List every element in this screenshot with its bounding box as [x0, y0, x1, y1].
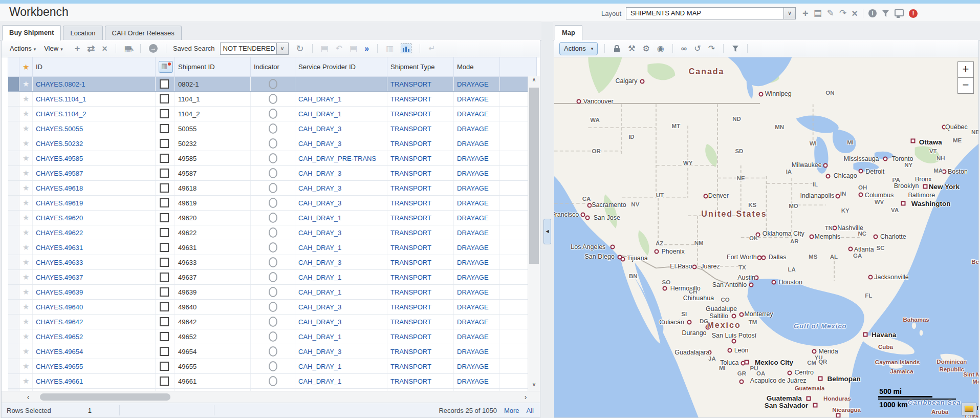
collapse-panel-icon[interactable]: ◀ — [543, 219, 551, 244]
capital-marker-icon[interactable] — [863, 332, 867, 337]
star-icon[interactable]: ★ — [23, 154, 29, 162]
map-checkbox-cell[interactable] — [156, 285, 175, 300]
city-marker-icon[interactable] — [640, 79, 644, 84]
city-marker-icon[interactable] — [731, 314, 736, 318]
city-marker-icon[interactable] — [739, 379, 744, 384]
mode-link[interactable]: DRAYAGE — [457, 274, 489, 281]
service-provider-link[interactable]: CAH_DRAY_1 — [298, 333, 341, 341]
mode-link[interactable]: DRAYAGE — [457, 318, 489, 326]
service-provider-link[interactable]: CAH_DRAY_1 — [298, 95, 341, 103]
shipment-link[interactable]: CHAYES.49655 — [36, 363, 83, 370]
shipment-link[interactable]: CHAYES.50232 — [36, 140, 83, 148]
favorite-cell[interactable]: ★ — [19, 92, 33, 107]
row-handle[interactable] — [8, 225, 19, 240]
map-checkbox-cell[interactable] — [156, 121, 175, 136]
tab-cah-order-releases[interactable]: CAH Order Releases — [105, 26, 182, 40]
favorite-cell[interactable]: ★ — [19, 270, 33, 285]
shipment-link[interactable]: CHAYES.1104_1 — [36, 95, 86, 103]
refresh-icon[interactable]: ↻ — [296, 44, 304, 54]
view-menu-button[interactable]: View▾ — [44, 45, 62, 52]
row-handle[interactable] — [8, 315, 19, 329]
favorite-cell[interactable]: ★ — [19, 107, 33, 121]
service-provider-link[interactable]: CAH_DRAY_3 — [298, 348, 341, 356]
favorite-cell[interactable]: ★ — [19, 166, 33, 181]
mode-link[interactable]: DRAYAGE — [457, 95, 489, 103]
all-records-link[interactable]: All — [527, 407, 534, 414]
star-icon[interactable]: ★ — [23, 169, 29, 177]
star-icon[interactable]: ★ — [23, 273, 29, 281]
map-checkbox[interactable] — [160, 347, 169, 356]
shipment-link[interactable]: CHAYES.49652 — [36, 333, 83, 341]
city-marker-icon[interactable] — [687, 320, 691, 324]
shipment-link[interactable]: CHAYES.49619 — [36, 199, 83, 207]
map-checkbox[interactable] — [160, 362, 169, 371]
eye-icon[interactable]: ◉ — [657, 44, 664, 53]
city-marker-icon[interactable] — [810, 235, 814, 239]
map-checkbox[interactable] — [160, 79, 169, 89]
map-checkbox[interactable] — [160, 154, 169, 163]
map-checkbox-cell[interactable] — [156, 181, 175, 196]
shipment-link[interactable]: CHAYES.49622 — [36, 229, 83, 237]
edit-icon[interactable]: ✎ — [827, 8, 834, 19]
tools-icon[interactable]: ⚒ — [628, 44, 635, 53]
mode-link[interactable]: DRAYAGE — [457, 378, 489, 385]
shipment-type-link[interactable]: TRANSPORT — [390, 274, 431, 281]
alert-icon[interactable]: ! — [909, 9, 918, 18]
monitor-icon[interactable] — [895, 9, 904, 16]
column-header-indicator[interactable]: Indicator — [251, 57, 295, 77]
table-row[interactable]: ★CHAYES.4965449654CAH_DRAY_3TRANSPORTDRA… — [8, 344, 537, 359]
table-row[interactable]: ★CHAYES.4963349633CAH_DRAY_3TRANSPORTDRA… — [8, 255, 537, 270]
mode-link[interactable]: DRAYAGE — [457, 125, 489, 133]
service-provider-link[interactable]: CAH_DRAY_1 — [298, 110, 341, 118]
map-checkbox[interactable] — [160, 243, 169, 252]
favorite-cell[interactable]: ★ — [19, 240, 33, 255]
city-marker-icon[interactable] — [858, 192, 863, 197]
shipment-link[interactable]: CHAYES.49654 — [36, 348, 83, 356]
shipment-link[interactable]: CHAYES.49618 — [36, 184, 83, 192]
city-marker-icon[interactable] — [761, 255, 766, 260]
map-checkbox-cell[interactable] — [156, 225, 175, 240]
map-checkbox-cell[interactable] — [156, 255, 175, 270]
shipment-type-link[interactable]: TRANSPORT — [390, 244, 431, 252]
map-checkbox-cell[interactable] — [156, 240, 175, 255]
tab-location[interactable]: Location — [63, 26, 102, 40]
star-icon[interactable]: ★ — [23, 139, 29, 148]
map-checkbox-cell[interactable] — [156, 374, 175, 389]
city-marker-icon[interactable] — [580, 212, 585, 217]
shipment-link[interactable]: CHAYES.49642 — [36, 318, 83, 326]
show-on-map-icon[interactable]: ▦ — [159, 61, 173, 73]
row-handle[interactable] — [8, 107, 19, 121]
city-marker-icon[interactable] — [758, 92, 763, 96]
mode-link[interactable]: DRAYAGE — [457, 140, 489, 148]
map-checkbox[interactable] — [160, 109, 169, 118]
horizontal-scrollbar[interactable]: ‹ › — [2, 391, 540, 403]
vertical-scrollbar[interactable]: ∧ ∨ — [528, 76, 540, 391]
map-checkbox-cell[interactable] — [156, 329, 175, 344]
map-checkbox-cell[interactable] — [156, 136, 175, 151]
city-marker-icon[interactable] — [739, 312, 744, 317]
table-row[interactable]: ★CHAYES.0802-10802-1TRANSPORTDRAYAGE — [8, 77, 537, 92]
chevron-down-icon[interactable]: ∨ — [276, 43, 288, 54]
capital-marker-icon[interactable] — [813, 403, 817, 408]
mode-link[interactable]: DRAYAGE — [457, 184, 489, 192]
favorite-cell[interactable]: ★ — [19, 255, 33, 270]
star-icon[interactable]: ★ — [23, 287, 29, 296]
zoom-out-button[interactable]: − — [957, 77, 974, 94]
favorite-cell[interactable]: ★ — [19, 136, 33, 151]
shipment-type-link[interactable]: TRANSPORT — [390, 333, 431, 341]
shipment-link[interactable]: CHAYES.49585 — [36, 155, 83, 162]
table-row[interactable]: ★CHAYES.5005550055CAH_DRAY_3TRANSPORTDRA… — [8, 121, 537, 136]
redo-icon[interactable]: ↷ — [708, 44, 715, 53]
save-icon[interactable]: ▤ — [350, 44, 357, 54]
map-canvas[interactable]: CanadaUnited StatesMexicoGulf of MexicoC… — [554, 57, 978, 417]
star-icon[interactable]: ★ — [23, 258, 29, 266]
shipment-type-link[interactable]: TRANSPORT — [390, 363, 431, 370]
shipment-type-link[interactable]: TRANSPORT — [390, 184, 431, 192]
star-icon[interactable]: ★ — [23, 302, 29, 311]
service-provider-link[interactable]: CAH_DRAY_1 — [298, 244, 341, 252]
favorite-cell[interactable]: ★ — [19, 121, 33, 136]
shipment-type-link[interactable]: TRANSPORT — [390, 318, 431, 326]
service-provider-link[interactable]: CAH_DRAY_3 — [298, 170, 341, 177]
star-icon[interactable]: ★ — [23, 243, 29, 252]
mode-link[interactable]: DRAYAGE — [457, 110, 489, 118]
